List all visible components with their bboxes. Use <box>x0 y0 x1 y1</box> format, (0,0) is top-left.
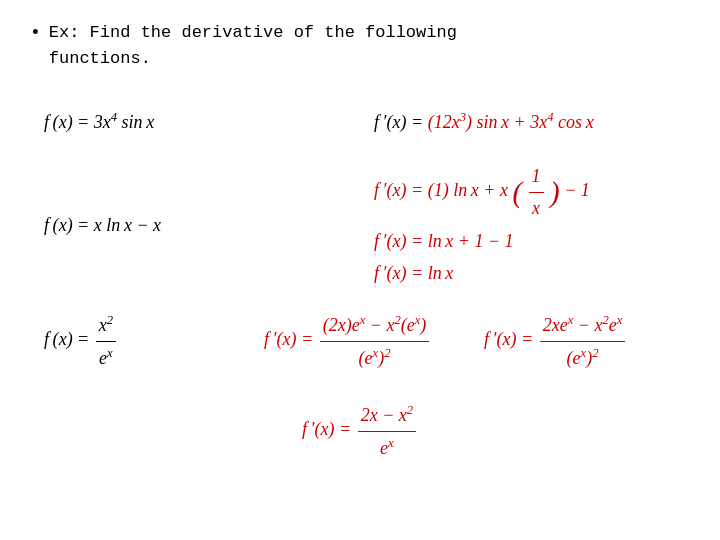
cell-1-1: f (x) = 3x4 sin x <box>30 89 360 154</box>
math-fprime3b: f ′(x) = 2xex − x2ex (ex)2 <box>484 310 627 373</box>
header-line2: functions. <box>49 49 151 68</box>
page: • Ex: Find the derivative of the followi… <box>0 0 720 540</box>
cell-3-2: f ′(x) = (2x)ex − x2(ex) (ex)2 <box>250 296 470 386</box>
cell-1-2: f ′(x) = (12x3) sin x + 3x4 cos x <box>360 89 690 154</box>
header-line1: Ex: Find the derivative of the following <box>49 23 457 42</box>
math-fprime3a: f ′(x) = (2x)ex − x2(ex) (ex)2 <box>264 310 431 373</box>
math-fprime2-line3: f ′(x) = ln x <box>374 259 676 288</box>
bullet: • <box>30 20 41 47</box>
row2: f (x) = x ln x − x f ′(x) = (1) ln x + x… <box>30 154 690 296</box>
math-fprime2-line1: f ′(x) = (1) ln x + x ( 1 x ) − 1 <box>374 162 676 223</box>
cell-2-1: f (x) = x ln x − x <box>30 154 360 296</box>
math-f2: f (x) = x ln x − x <box>44 211 161 240</box>
row3: f (x) = x2 ex f ′(x) = (2x)ex − x2(ex) (… <box>30 296 690 386</box>
cell-2-2: f ′(x) = (1) ln x + x ( 1 x ) − 1 f ′(x)… <box>360 154 690 296</box>
math-fprime1: f ′(x) = (12x3) sin x + 3x4 cos x <box>374 107 594 137</box>
header-text: • Ex: Find the derivative of the followi… <box>30 20 690 71</box>
cell-3-1: f (x) = x2 ex <box>30 296 250 386</box>
math-fprime2-line2: f ′(x) = ln x + 1 − 1 <box>374 227 676 256</box>
row1: f (x) = 3x4 sin x f ′(x) = (12x3) sin x … <box>30 89 690 154</box>
math-f3: f (x) = x2 ex <box>44 310 118 373</box>
header-content: Ex: Find the derivative of the following… <box>49 20 457 71</box>
row4: f ′(x) = 2x − x2 ex <box>30 386 690 476</box>
cell-3-3: f ′(x) = 2xex − x2ex (ex)2 <box>470 296 690 386</box>
math-f1: f (x) = 3x4 sin x <box>44 107 154 137</box>
math-fprime3c: f ′(x) = 2x − x2 ex <box>302 400 418 463</box>
